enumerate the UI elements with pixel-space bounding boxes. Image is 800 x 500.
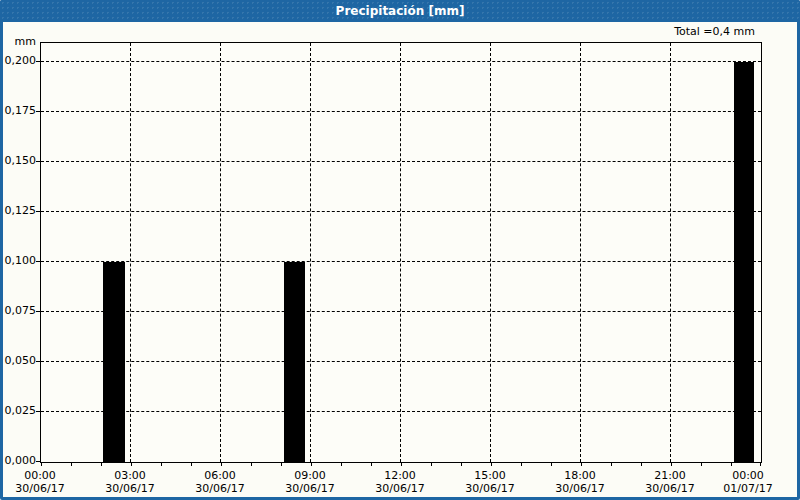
v-gridline: [310, 43, 311, 462]
x-tick-date-label: 30/06/17: [278, 482, 342, 495]
h-gridline: [41, 211, 761, 212]
y-tick-label: 0,175: [3, 104, 36, 117]
y-axis-tick: [36, 411, 40, 412]
h-gridline: [41, 411, 761, 412]
x-axis-tick: [551, 462, 552, 466]
x-tick-date-label: 30/06/17: [548, 482, 612, 495]
y-tick-label: 0,000: [3, 454, 36, 467]
x-tick-time-label: 09:00: [278, 469, 342, 482]
total-annotation: Total =0,4 mm: [674, 25, 755, 38]
x-axis-tick: [521, 462, 522, 466]
v-gridline: [220, 43, 221, 462]
chart-window: Precipitación [mm] Total =0,4 mm mm 0,00…: [0, 0, 800, 500]
x-tick-time-label: 00:00: [716, 469, 780, 482]
y-axis-tick: [36, 61, 40, 62]
plot-area: [40, 42, 762, 463]
x-axis-tick: [341, 462, 342, 466]
y-tick-label: 0,200: [3, 54, 36, 67]
x-axis-tick: [461, 462, 462, 466]
h-gridline: [41, 61, 761, 62]
x-axis-tick: [281, 462, 282, 466]
v-gridline: [670, 43, 671, 462]
y-tick-label: 0,100: [3, 254, 36, 267]
x-tick-date-label: 30/06/17: [8, 482, 72, 495]
x-tick-date-label: 30/06/17: [188, 482, 252, 495]
x-axis-tick: [671, 462, 672, 466]
x-axis-tick: [311, 462, 312, 466]
x-axis-tick: [401, 462, 402, 466]
v-gridline: [580, 43, 581, 462]
x-axis-tick: [431, 462, 432, 466]
x-axis-tick: [371, 462, 372, 466]
x-tick-time-label: 18:00: [548, 469, 612, 482]
v-gridline: [130, 43, 131, 462]
x-axis-tick: [71, 462, 72, 466]
precipitation-bar: [734, 62, 754, 462]
chart-canvas: Total =0,4 mm mm 0,0000,0250,0500,0750,1…: [3, 22, 797, 497]
y-tick-label: 0,050: [3, 354, 36, 367]
x-tick-time-label: 00:00: [8, 469, 72, 482]
x-tick-date-label: 30/06/17: [638, 482, 702, 495]
v-gridline: [490, 43, 491, 462]
h-gridline: [41, 311, 761, 312]
y-axis-tick: [36, 361, 40, 362]
y-axis-tick: [36, 211, 40, 212]
h-gridline: [41, 261, 761, 262]
x-tick-time-label: 03:00: [98, 469, 162, 482]
window-titlebar: Precipitación [mm]: [0, 0, 800, 22]
x-axis-tick: [641, 462, 642, 466]
x-axis-tick: [611, 462, 612, 466]
x-tick-time-label: 12:00: [368, 469, 432, 482]
h-gridline: [41, 161, 761, 162]
x-tick-time-label: 15:00: [458, 469, 522, 482]
y-axis-tick: [36, 261, 40, 262]
y-axis-tick: [36, 311, 40, 312]
x-axis-tick: [701, 462, 702, 466]
x-axis-tick: [760, 462, 761, 466]
x-axis-tick: [221, 462, 222, 466]
y-tick-label: 0,075: [3, 304, 36, 317]
y-tick-label: 0,150: [3, 154, 36, 167]
precipitation-bar: [103, 262, 125, 462]
x-axis-tick: [581, 462, 582, 466]
x-axis-tick: [491, 462, 492, 466]
x-tick-date-label: 30/06/17: [98, 482, 162, 495]
y-tick-label: 0,125: [3, 204, 36, 217]
y-tick-label: 0,025: [3, 404, 36, 417]
h-gridline: [41, 111, 761, 112]
x-tick-time-label: 06:00: [188, 469, 252, 482]
x-tick-date-label: 01/07/17: [716, 482, 780, 495]
precipitation-bar: [284, 262, 305, 462]
window-title: Precipitación [mm]: [336, 4, 465, 18]
y-axis-tick: [36, 461, 40, 462]
x-tick-date-label: 30/06/17: [368, 482, 432, 495]
y-axis-unit-label: mm: [3, 35, 36, 48]
x-axis-tick: [191, 462, 192, 466]
x-axis-tick: [731, 462, 732, 466]
h-gridline: [41, 361, 761, 362]
y-axis-tick: [36, 161, 40, 162]
x-axis-tick: [251, 462, 252, 466]
x-tick-time-label: 21:00: [638, 469, 702, 482]
x-tick-date-label: 30/06/17: [458, 482, 522, 495]
x-axis-tick: [41, 462, 42, 466]
x-axis-tick: [101, 462, 102, 466]
x-axis-tick: [131, 462, 132, 466]
x-axis-tick: [161, 462, 162, 466]
v-gridline: [400, 43, 401, 462]
y-axis-tick: [36, 111, 40, 112]
